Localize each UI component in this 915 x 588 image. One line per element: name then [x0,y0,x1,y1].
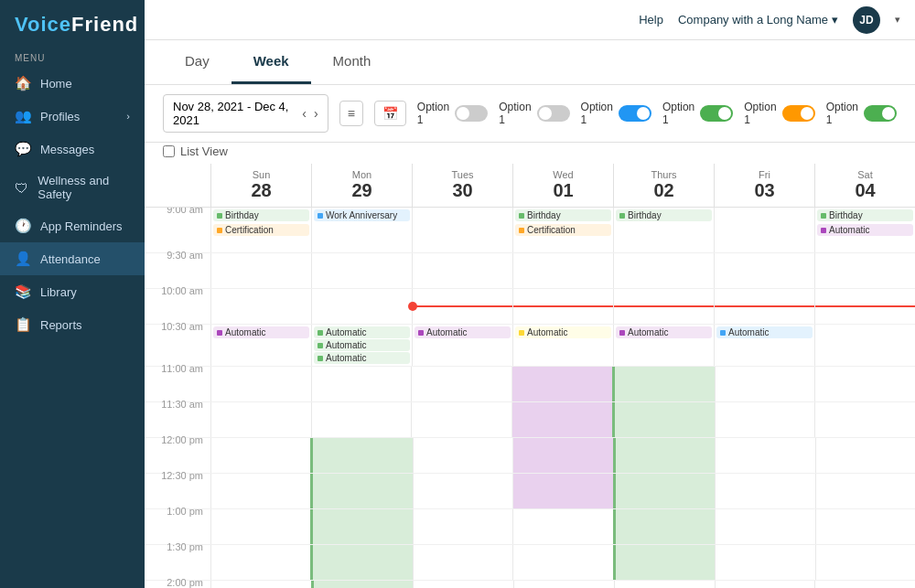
day-cell-wed-1230[interactable] [512,474,612,508]
day-cell-mon-930[interactable] [311,253,412,288]
day-cell-sun-1200[interactable] [210,438,310,473]
day-cell-mon-900[interactable]: Work Anniversary [311,208,412,252]
day-cell-sat-1100[interactable] [814,367,915,401]
day-cell-wed-1030[interactable]: Automatic [512,325,613,366]
sidebar-item-attendance[interactable]: 👤 Attendance [0,242,145,275]
option6-toggle[interactable] [864,105,897,122]
event-auto-wed[interactable]: Automatic [515,326,611,338]
help-link[interactable]: Help [639,13,663,27]
day-cell-sat-1330[interactable] [815,545,915,580]
day-cell-tues-900[interactable] [412,208,512,252]
day-cell-sat-1030[interactable] [814,325,915,366]
day-cell-sun-1100[interactable] [210,367,311,401]
day-cell-thurs-1100[interactable] [612,367,715,401]
day-cell-sun-1230[interactable] [210,474,310,508]
day-cell-sat-1130[interactable] [814,402,915,437]
day-cell-thurs-900[interactable]: Birthday [613,208,714,252]
day-cell-sat-1200[interactable] [815,438,915,473]
tab-day[interactable]: Day [163,40,231,84]
option4-toggle[interactable] [700,105,733,122]
event-auto-thurs[interactable]: Automatic [616,326,712,338]
calendar-container[interactable]: Sun 28 Mon 29 Tues 30 Wed 01 [145,164,915,588]
day-cell-thurs-1330[interactable] [613,545,715,580]
day-cell-thurs-1300[interactable] [613,509,715,544]
day-cell-wed-900[interactable]: Birthday Certification [512,208,613,252]
day-cell-mon-1300[interactable] [310,509,412,544]
day-cell-tues-1130[interactable] [411,402,511,437]
option1-toggle[interactable] [455,105,488,122]
day-cell-sun-1330[interactable] [210,545,310,580]
event-cert-wed[interactable]: Certification [515,224,611,236]
sidebar-item-profiles[interactable]: 👥 Profiles › [0,100,145,133]
event-birthday-wed[interactable]: Birthday [515,209,611,221]
event-auto-sat-morning[interactable]: Automatic [817,224,913,236]
day-cell-thurs-930[interactable] [613,253,714,288]
list-view-checkbox[interactable] [163,145,175,157]
day-cell-tues-1400[interactable] [413,581,513,588]
day-cell-mon-1130[interactable] [311,402,412,437]
day-cell-mon-1000[interactable] [311,289,412,324]
day-cell-sat-1400[interactable] [814,581,915,588]
prev-week-button[interactable]: ‹ [302,106,307,121]
day-cell-sun-900[interactable]: Birthday Certification [210,208,311,252]
next-week-button[interactable]: › [314,106,318,121]
day-cell-fri-1000[interactable] [714,289,814,324]
day-cell-sun-1300[interactable] [210,509,310,544]
day-cell-fri-1030[interactable]: Automatic [714,325,814,366]
sidebar-item-app-reminders[interactable]: 🕐 App Reminders [0,209,145,242]
event-work-anniv-mon[interactable]: Work Anniversary [314,209,410,221]
day-cell-tues-1330[interactable] [413,545,512,580]
event-auto-fri[interactable]: Automatic [716,326,813,338]
company-selector[interactable]: Company with a Long Name ▾ [678,13,838,27]
option5-toggle[interactable] [782,105,815,122]
day-cell-tues-1300[interactable] [413,509,512,544]
day-cell-tues-1230[interactable] [413,474,512,508]
sidebar-item-library[interactable]: 📚 Library [0,275,145,308]
day-cell-sat-1230[interactable] [815,474,915,508]
day-cell-wed-1000[interactable] [512,289,613,324]
day-cell-tues-1100[interactable] [411,367,511,401]
tab-week[interactable]: Week [231,40,311,84]
day-cell-thurs-1200[interactable] [613,438,715,473]
day-cell-thurs-1230[interactable] [613,474,715,508]
date-range-selector[interactable]: Nov 28, 2021 - Dec 4, 2021 ‹ › [163,94,328,133]
event-auto-mon-3[interactable]: Automatic [314,352,410,364]
day-cell-sat-900[interactable]: Birthday Automatic [814,208,915,252]
day-cell-fri-1130[interactable] [715,402,815,437]
day-cell-fri-930[interactable] [714,253,814,288]
day-cell-fri-1330[interactable] [715,545,814,580]
day-cell-wed-1200[interactable] [512,438,612,473]
day-cell-tues-1000[interactable] [412,289,512,324]
day-cell-tues-1030[interactable]: Automatic [412,325,512,366]
day-cell-sun-930[interactable] [210,253,311,288]
sidebar-item-messages[interactable]: 💬 Messages [0,133,145,166]
day-cell-thurs-1130[interactable] [612,402,715,437]
user-avatar[interactable]: JD [853,6,880,34]
day-cell-fri-1400[interactable] [715,581,815,588]
day-cell-wed-1330[interactable] [512,545,612,580]
calendar-button[interactable]: 📅 [374,101,406,126]
day-cell-wed-1300[interactable] [512,509,612,544]
event-birthday-sun[interactable]: Birthday [213,209,309,221]
day-cell-wed-1400[interactable] [513,581,614,588]
day-cell-fri-1230[interactable] [715,474,814,508]
day-cell-mon-1330[interactable] [310,545,412,580]
day-cell-thurs-1000[interactable] [613,289,714,324]
sidebar-item-wellness[interactable]: 🛡 Wellness and Safety [0,166,145,209]
day-cell-tues-930[interactable] [412,253,512,288]
day-cell-mon-1200[interactable] [310,438,412,473]
day-cell-wed-1100[interactable] [511,367,612,401]
day-cell-mon-1100[interactable] [311,367,412,401]
day-cell-thurs-1400[interactable] [614,581,715,588]
day-cell-fri-1100[interactable] [715,367,815,401]
event-birthday-sat[interactable]: Birthday [817,209,913,221]
sidebar-item-reports[interactable]: 📋 Reports [0,308,145,341]
sidebar-item-home[interactable]: 🏠 Home [0,67,145,100]
day-cell-tues-1200[interactable] [413,438,512,473]
day-cell-sat-930[interactable] [814,253,915,288]
option3-toggle[interactable] [619,105,651,122]
day-cell-fri-1200[interactable] [715,438,814,473]
day-cell-sat-1000[interactable] [814,289,915,324]
day-cell-mon-1030[interactable]: Automatic Automatic Automatic [311,325,412,366]
event-auto-sun[interactable]: Automatic [213,326,309,338]
